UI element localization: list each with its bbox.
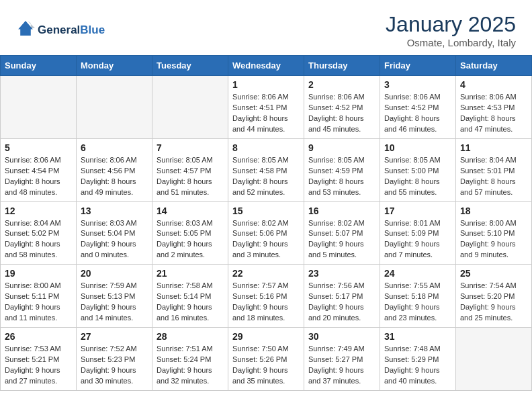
day-number: 17: [384, 205, 451, 216]
calendar-cell: 4Sunrise: 8:06 AM Sunset: 4:53 PM Daylig…: [456, 76, 532, 139]
day-number: 29: [232, 331, 300, 342]
day-number: 18: [460, 205, 527, 216]
calendar-cell: 3Sunrise: 8:06 AM Sunset: 4:52 PM Daylig…: [380, 76, 456, 139]
calendar-cell: 22Sunrise: 7:57 AM Sunset: 5:16 PM Dayli…: [228, 265, 304, 328]
calendar-cell: 16Sunrise: 8:02 AM Sunset: 5:07 PM Dayli…: [304, 201, 380, 265]
calendar-cell: 23Sunrise: 7:56 AM Sunset: 5:17 PM Dayli…: [304, 265, 380, 328]
calendar-cell: 11Sunrise: 8:04 AM Sunset: 5:01 PM Dayli…: [456, 138, 532, 201]
day-info: Sunrise: 8:00 AM Sunset: 5:11 PM Dayligh…: [5, 281, 72, 324]
day-info: Sunrise: 8:05 AM Sunset: 4:59 PM Dayligh…: [308, 155, 375, 198]
calendar-cell: 30Sunrise: 7:49 AM Sunset: 5:27 PM Dayli…: [304, 328, 380, 391]
day-number: 2: [308, 79, 375, 90]
day-info: Sunrise: 8:02 AM Sunset: 5:06 PM Dayligh…: [232, 218, 300, 261]
day-info: Sunrise: 8:05 AM Sunset: 4:58 PM Dayligh…: [232, 155, 300, 198]
day-info: Sunrise: 8:01 AM Sunset: 5:09 PM Dayligh…: [384, 218, 451, 261]
calendar-cell: 6Sunrise: 8:06 AM Sunset: 4:56 PM Daylig…: [77, 138, 152, 201]
calendar-cell: [1, 76, 77, 139]
calendar-cell: 10Sunrise: 8:05 AM Sunset: 5:00 PM Dayli…: [380, 138, 456, 201]
day-info: Sunrise: 7:52 AM Sunset: 5:23 PM Dayligh…: [81, 344, 148, 387]
calendar-cell: 28Sunrise: 7:51 AM Sunset: 5:24 PM Dayli…: [152, 328, 228, 391]
day-number: 1: [232, 79, 300, 90]
calendar-cell: 29Sunrise: 7:50 AM Sunset: 5:26 PM Dayli…: [228, 328, 304, 391]
day-info: Sunrise: 7:54 AM Sunset: 5:20 PM Dayligh…: [460, 281, 527, 324]
day-info: Sunrise: 7:49 AM Sunset: 5:27 PM Dayligh…: [308, 344, 375, 387]
page-header: GeneralBlue January 2025 Osmate, Lombard…: [0, 0, 532, 55]
day-number: 25: [460, 268, 527, 279]
calendar-cell: 15Sunrise: 8:02 AM Sunset: 5:06 PM Dayli…: [228, 201, 304, 265]
day-header-tuesday: Tuesday: [152, 56, 228, 76]
day-header-wednesday: Wednesday: [228, 56, 304, 76]
day-number: 3: [384, 79, 451, 90]
day-info: Sunrise: 8:00 AM Sunset: 5:10 PM Dayligh…: [460, 218, 527, 261]
day-info: Sunrise: 8:05 AM Sunset: 5:00 PM Dayligh…: [384, 155, 451, 198]
calendar-cell: 27Sunrise: 7:52 AM Sunset: 5:23 PM Dayli…: [77, 328, 152, 391]
day-info: Sunrise: 8:06 AM Sunset: 4:52 PM Dayligh…: [308, 92, 375, 135]
calendar-cell: 20Sunrise: 7:59 AM Sunset: 5:13 PM Dayli…: [77, 265, 152, 328]
day-number: 22: [232, 268, 300, 279]
calendar-cell: 26Sunrise: 7:53 AM Sunset: 5:21 PM Dayli…: [1, 328, 77, 391]
day-info: Sunrise: 7:50 AM Sunset: 5:26 PM Dayligh…: [232, 344, 300, 387]
calendar-week-row: 1Sunrise: 8:06 AM Sunset: 4:51 PM Daylig…: [1, 76, 532, 139]
day-info: Sunrise: 7:56 AM Sunset: 5:17 PM Dayligh…: [308, 281, 375, 324]
day-number: 8: [232, 142, 300, 153]
calendar-cell: 2Sunrise: 8:06 AM Sunset: 4:52 PM Daylig…: [304, 76, 380, 139]
day-number: 7: [157, 142, 224, 153]
day-number: 27: [81, 331, 148, 342]
calendar-cell: 19Sunrise: 8:00 AM Sunset: 5:11 PM Dayli…: [1, 265, 77, 328]
day-info: Sunrise: 8:04 AM Sunset: 5:02 PM Dayligh…: [5, 218, 72, 261]
day-info: Sunrise: 7:58 AM Sunset: 5:14 PM Dayligh…: [157, 281, 224, 324]
day-info: Sunrise: 7:59 AM Sunset: 5:13 PM Dayligh…: [81, 281, 148, 324]
location: Osmate, Lombardy, Italy: [386, 37, 516, 48]
day-number: 4: [460, 79, 527, 90]
calendar-week-row: 12Sunrise: 8:04 AM Sunset: 5:02 PM Dayli…: [1, 201, 532, 265]
day-info: Sunrise: 8:06 AM Sunset: 4:52 PM Dayligh…: [384, 92, 451, 135]
day-number: 24: [384, 268, 451, 279]
day-number: 10: [384, 142, 451, 153]
day-number: 31: [384, 331, 451, 342]
day-number: 9: [308, 142, 375, 153]
day-number: 5: [5, 142, 72, 153]
day-number: 26: [5, 331, 72, 342]
calendar-cell: 5Sunrise: 8:06 AM Sunset: 4:54 PM Daylig…: [1, 138, 77, 201]
calendar-cell: 7Sunrise: 8:05 AM Sunset: 4:57 PM Daylig…: [152, 138, 228, 201]
day-header-monday: Monday: [77, 56, 152, 76]
calendar-cell: 25Sunrise: 7:54 AM Sunset: 5:20 PM Dayli…: [456, 265, 532, 328]
day-info: Sunrise: 8:04 AM Sunset: 5:01 PM Dayligh…: [460, 155, 527, 198]
calendar-week-row: 19Sunrise: 8:00 AM Sunset: 5:11 PM Dayli…: [1, 265, 532, 328]
day-info: Sunrise: 7:51 AM Sunset: 5:24 PM Dayligh…: [157, 344, 224, 387]
day-number: 19: [5, 268, 72, 279]
day-info: Sunrise: 7:53 AM Sunset: 5:21 PM Dayligh…: [5, 344, 72, 387]
day-info: Sunrise: 8:05 AM Sunset: 4:57 PM Dayligh…: [157, 155, 224, 198]
day-info: Sunrise: 8:03 AM Sunset: 5:05 PM Dayligh…: [157, 218, 224, 261]
calendar-cell: 17Sunrise: 8:01 AM Sunset: 5:09 PM Dayli…: [380, 201, 456, 265]
day-info: Sunrise: 8:06 AM Sunset: 4:53 PM Dayligh…: [460, 92, 527, 135]
calendar-table: SundayMondayTuesdayWednesdayThursdayFrid…: [0, 55, 532, 391]
calendar-cell: 18Sunrise: 8:00 AM Sunset: 5:10 PM Dayli…: [456, 201, 532, 265]
calendar-cell: [456, 328, 532, 391]
calendar-cell: 13Sunrise: 8:03 AM Sunset: 5:04 PM Dayli…: [77, 201, 152, 265]
day-header-friday: Friday: [380, 56, 456, 76]
day-number: 13: [81, 205, 148, 216]
calendar-cell: 1Sunrise: 8:06 AM Sunset: 4:51 PM Daylig…: [228, 76, 304, 139]
calendar-cell: 24Sunrise: 7:55 AM Sunset: 5:18 PM Dayli…: [380, 265, 456, 328]
day-header-sunday: Sunday: [1, 56, 77, 76]
day-info: Sunrise: 7:55 AM Sunset: 5:18 PM Dayligh…: [384, 281, 451, 324]
day-header-saturday: Saturday: [456, 56, 532, 76]
calendar-cell: 21Sunrise: 7:58 AM Sunset: 5:14 PM Dayli…: [152, 265, 228, 328]
calendar-cell: 9Sunrise: 8:05 AM Sunset: 4:59 PM Daylig…: [304, 138, 380, 201]
day-number: 20: [81, 268, 148, 279]
logo-text-line1: GeneralBlue: [38, 24, 105, 37]
day-info: Sunrise: 8:03 AM Sunset: 5:04 PM Dayligh…: [81, 218, 148, 261]
day-number: 11: [460, 142, 527, 153]
calendar-week-row: 5Sunrise: 8:06 AM Sunset: 4:54 PM Daylig…: [1, 138, 532, 201]
day-info: Sunrise: 8:06 AM Sunset: 4:51 PM Dayligh…: [232, 92, 300, 135]
day-number: 15: [232, 205, 300, 216]
day-number: 14: [157, 205, 224, 216]
day-info: Sunrise: 7:48 AM Sunset: 5:29 PM Dayligh…: [384, 344, 451, 387]
calendar-header-row: SundayMondayTuesdayWednesdayThursdayFrid…: [1, 56, 532, 76]
day-info: Sunrise: 8:06 AM Sunset: 4:56 PM Dayligh…: [81, 155, 148, 198]
day-info: Sunrise: 7:57 AM Sunset: 5:16 PM Dayligh…: [232, 281, 300, 324]
calendar-cell: 8Sunrise: 8:05 AM Sunset: 4:58 PM Daylig…: [228, 138, 304, 201]
logo-icon: [16, 19, 35, 38]
calendar-cell: 31Sunrise: 7:48 AM Sunset: 5:29 PM Dayli…: [380, 328, 456, 391]
